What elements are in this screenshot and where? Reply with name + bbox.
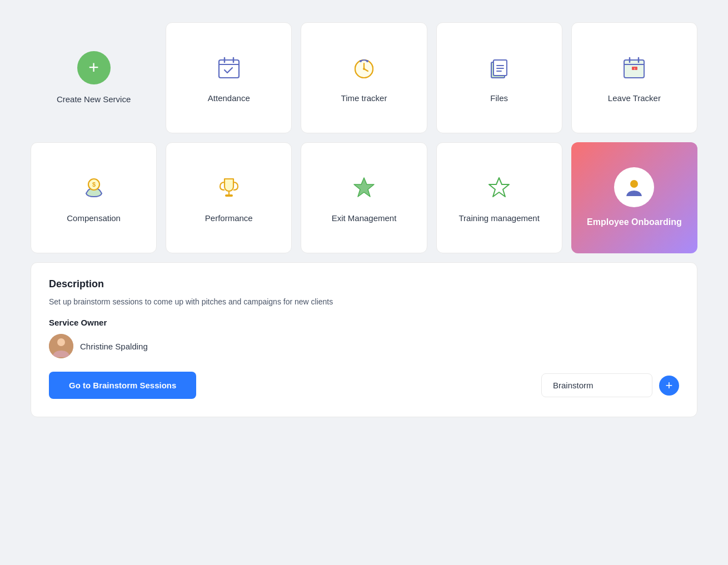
svg-text:!: ! [634,67,635,71]
performance-icon [213,172,245,203]
services-row-1: + Create New Service Attendance [31,22,697,133]
brainstorm-input[interactable] [541,373,652,397]
create-new-label: Create New Service [57,93,131,105]
svg-point-8 [363,68,365,70]
exit-management-label: Exit Management [332,212,397,224]
svg-rect-25 [225,194,233,197]
add-brainstorm-button[interactable]: + [659,376,679,396]
svg-rect-0 [219,60,239,78]
service-owner-label: Service Owner [49,318,679,327]
svg-point-29 [630,180,638,188]
svg-point-9 [360,60,362,62]
attendance-label: Attendance [208,92,250,104]
leave-tracker-card[interactable]: ! Leave Tracker [571,22,697,133]
leave-tracker-icon: ! [619,52,650,83]
time-tracker-label: Time tracker [341,92,387,104]
training-management-label: Training management [459,212,540,224]
services-row-2: $ Compensation Performance [31,142,697,253]
time-tracker-icon [348,52,380,83]
svg-point-31 [57,338,65,346]
files-icon [483,52,515,83]
description-panel: Description Set up brainstorm sessions t… [31,262,697,417]
owner-row: Christine Spalding [49,334,679,358]
employee-onboarding-card[interactable]: Employee Onboarding [571,142,697,253]
main-container: + Create New Service Attendance [31,22,697,417]
brainstorm-input-row: + [541,373,679,397]
description-text: Set up brainstorm sessions to come up wi… [49,296,338,308]
svg-text:$: $ [92,181,96,188]
description-title: Description [49,278,679,290]
create-plus-icon: + [77,51,111,84]
performance-card[interactable]: Performance [166,142,292,253]
svg-marker-27 [489,178,509,197]
compensation-label: Compensation [67,212,121,224]
owner-avatar [49,334,73,358]
employee-onboarding-icon [614,167,654,207]
files-label: Files [490,92,508,104]
attendance-card[interactable]: Attendance [166,22,292,133]
go-to-brainstorm-button[interactable]: Go to Brainstorm Sessions [49,372,196,399]
svg-rect-12 [493,60,507,76]
leave-tracker-label: Leave Tracker [608,92,661,104]
create-new-service-card[interactable]: + Create New Service [31,22,157,133]
exit-management-icon [348,172,380,203]
attendance-icon [213,52,245,83]
performance-label: Performance [205,212,253,224]
bottom-row: Go to Brainstorm Sessions + [49,372,679,399]
compensation-icon: $ [78,172,109,203]
svg-point-10 [366,60,368,62]
exit-management-card[interactable]: Exit Management [301,142,427,253]
training-management-icon [483,172,515,203]
owner-name: Christine Spalding [80,342,148,351]
time-tracker-card[interactable]: Time tracker [301,22,427,133]
compensation-card[interactable]: $ Compensation [31,142,157,253]
employee-onboarding-label: Employee Onboarding [587,216,682,228]
svg-marker-26 [354,178,374,197]
training-management-card[interactable]: Training management [436,142,562,253]
files-card[interactable]: Files [436,22,562,133]
